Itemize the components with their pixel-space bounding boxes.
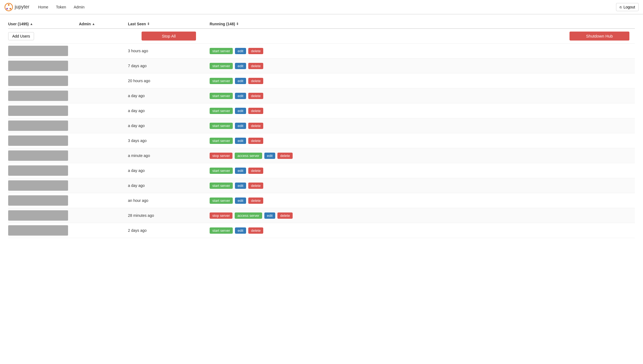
access-server-button[interactable]: access server: [235, 212, 262, 219]
navbar-right: ⎋ Logout: [616, 3, 639, 11]
logout-button[interactable]: ⎋ Logout: [616, 3, 639, 11]
edit-button[interactable]: edit: [235, 227, 246, 234]
col-running-label: Running (148): [210, 22, 235, 26]
brand-logo[interactable]: jupyter: [4, 3, 29, 11]
access-server-button[interactable]: access server: [235, 153, 262, 159]
start-server-button[interactable]: start server: [210, 183, 233, 189]
col-admin-label: Admin: [79, 22, 91, 26]
last-seen-cell: 3 days ago: [128, 138, 210, 143]
table-row: 3 days agostart servereditdelete: [8, 133, 635, 148]
svg-point-3: [6, 8, 8, 10]
start-server-button[interactable]: start server: [210, 138, 233, 144]
delete-button[interactable]: delete: [248, 227, 263, 234]
table-row: 3 hours agostart servereditdelete: [8, 44, 635, 58]
running-cell: start servereditdelete: [210, 123, 635, 129]
delete-button[interactable]: delete: [248, 108, 263, 114]
edit-button[interactable]: edit: [235, 78, 246, 84]
stop-all-cell: Stop All: [128, 32, 210, 41]
delete-button[interactable]: delete: [248, 183, 263, 189]
col-admin-sort: ▲: [92, 22, 95, 26]
shutdown-hub-button[interactable]: Shutdown Hub: [569, 32, 629, 41]
running-cell: stop serveraccess servereditdelete: [210, 212, 635, 219]
edit-button[interactable]: edit: [264, 212, 275, 219]
delete-button[interactable]: delete: [277, 153, 292, 159]
edit-button[interactable]: edit: [235, 183, 246, 189]
stop-server-button[interactable]: stop server: [210, 153, 232, 159]
table-row: 28 minutes agostop serveraccess servered…: [8, 208, 635, 223]
start-server-button[interactable]: start server: [210, 168, 233, 174]
delete-button[interactable]: delete: [248, 123, 263, 129]
add-users-button[interactable]: Add Users: [8, 32, 34, 40]
col-admin[interactable]: Admin ▲: [79, 22, 128, 26]
table-row: a day agostart servereditdelete: [8, 118, 635, 133]
edit-button[interactable]: edit: [235, 108, 246, 114]
edit-button[interactable]: edit: [235, 63, 246, 69]
user-cell: [8, 195, 79, 206]
delete-button[interactable]: delete: [277, 212, 292, 219]
running-cell: start servereditdelete: [210, 168, 635, 174]
user-name-bar: [8, 46, 68, 56]
edit-button[interactable]: edit: [235, 123, 246, 129]
nav-links: Home Token Admin: [35, 3, 616, 11]
start-server-button[interactable]: start server: [210, 227, 233, 234]
stop-all-button[interactable]: Stop All: [142, 32, 196, 41]
col-running-sort: ⇕: [236, 22, 239, 26]
nav-home[interactable]: Home: [35, 3, 51, 11]
stop-server-button[interactable]: stop server: [210, 212, 232, 219]
delete-button[interactable]: delete: [248, 48, 263, 54]
col-user[interactable]: User (1495) ▲: [8, 22, 79, 26]
running-cell: start servereditdelete: [210, 198, 635, 204]
user-name-bar: [8, 121, 68, 131]
running-cell: start servereditdelete: [210, 227, 635, 234]
start-server-button[interactable]: start server: [210, 48, 233, 54]
table-row: 2 days agostart servereditdelete: [8, 223, 635, 238]
svg-point-1: [8, 4, 10, 6]
last-seen-cell: 2 days ago: [128, 228, 210, 233]
last-seen-cell: a day ago: [128, 168, 210, 173]
col-last-seen-label: Last Seen: [128, 22, 146, 26]
main-content: User (1495) ▲ Admin ▲ Last Seen ⇕ Runnin…: [0, 14, 643, 243]
user-cell: [8, 76, 79, 86]
edit-button[interactable]: edit: [264, 153, 275, 159]
last-seen-cell: an hour ago: [128, 198, 210, 203]
col-last-seen[interactable]: Last Seen ⇕: [128, 22, 210, 26]
user-cell: [8, 210, 79, 221]
table-row: a day agostart servereditdelete: [8, 103, 635, 118]
user-name-bar: [8, 180, 68, 191]
delete-button[interactable]: delete: [248, 78, 263, 84]
running-cell: start servereditdelete: [210, 78, 635, 84]
delete-button[interactable]: delete: [248, 63, 263, 69]
edit-button[interactable]: edit: [235, 48, 246, 54]
delete-button[interactable]: delete: [248, 93, 263, 99]
delete-button[interactable]: delete: [248, 198, 263, 204]
start-server-button[interactable]: start server: [210, 93, 233, 99]
nav-token[interactable]: Token: [53, 3, 69, 11]
table-row: an hour agostart servereditdelete: [8, 193, 635, 208]
table-row: 7 days agostart servereditdelete: [8, 58, 635, 73]
nav-admin[interactable]: Admin: [71, 3, 88, 11]
start-server-button[interactable]: start server: [210, 198, 233, 204]
edit-button[interactable]: edit: [235, 168, 246, 174]
last-seen-cell: a day ago: [128, 183, 210, 188]
edit-button[interactable]: edit: [235, 198, 246, 204]
edit-button[interactable]: edit: [235, 93, 246, 99]
jupyter-logo-icon: [4, 3, 13, 11]
start-server-button[interactable]: start server: [210, 123, 233, 129]
table-row: a day agostart servereditdelete: [8, 178, 635, 193]
table-row: a day agostart servereditdelete: [8, 163, 635, 178]
start-server-button[interactable]: start server: [210, 78, 233, 84]
last-seen-cell: 28 minutes ago: [128, 213, 210, 218]
start-server-button[interactable]: start server: [210, 63, 233, 69]
user-cell: [8, 180, 79, 191]
start-server-button[interactable]: start server: [210, 108, 233, 114]
edit-button[interactable]: edit: [235, 138, 246, 144]
col-running[interactable]: Running (148) ⇕: [210, 22, 635, 26]
last-seen-cell: a minute ago: [128, 153, 210, 158]
user-name-bar: [8, 135, 68, 146]
delete-button[interactable]: delete: [248, 138, 263, 144]
table-body: 3 hours agostart servereditdelete7 days …: [8, 44, 635, 238]
table-row: a day agostart servereditdelete: [8, 88, 635, 103]
shutdown-hub-cell: Shutdown Hub: [210, 32, 635, 41]
last-seen-cell: 7 days ago: [128, 64, 210, 68]
delete-button[interactable]: delete: [248, 168, 263, 174]
